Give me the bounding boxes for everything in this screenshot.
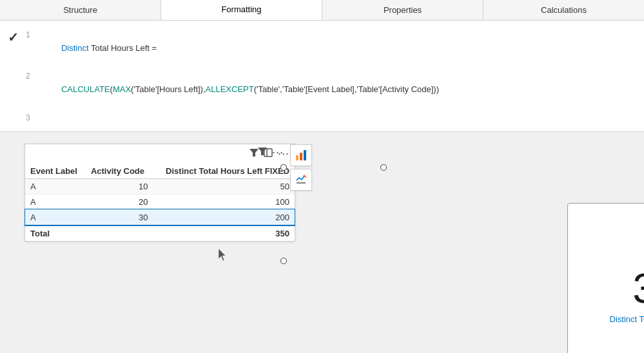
table-row: A 10 50 [25, 178, 295, 194]
tab-formatting[interactable]: Formatting [161, 0, 322, 20]
svg-marker-0 [249, 149, 259, 157]
cell-event: A [25, 194, 86, 209]
formula-line-1: 1 Distinct Total Hours Left = [26, 28, 644, 68]
formula-line-3: 3 [26, 111, 644, 125]
tab-calculations[interactable]: Calculations [483, 0, 644, 20]
cell-code: 30 [86, 209, 153, 225]
total-value: 350 [153, 225, 295, 241]
formula-content[interactable]: 1 Distinct Total Hours Left = 2 CALCULAT… [26, 26, 644, 126]
mouse-cursor [219, 249, 229, 262]
formula-line-2: 2 CALCULATE(MAX('Table'[Hours Left]),ALL… [26, 70, 644, 110]
svg-rect-7 [304, 150, 306, 160]
analytics-button[interactable] [290, 169, 312, 191]
handle-mr[interactable] [280, 258, 287, 264]
main-content: ··· Event Label Activity Code Distinct T… [0, 132, 644, 353]
svg-marker-3 [219, 249, 226, 261]
cell-code: 20 [86, 194, 153, 209]
table-row: A 20 100 [25, 194, 295, 209]
svg-rect-5 [296, 155, 298, 160]
checkmark-icon[interactable]: ✓ [8, 30, 19, 45]
card-filter-icon[interactable] [258, 147, 267, 158]
col-header-code: Activity Code [86, 164, 153, 179]
total-label: Total [25, 225, 153, 241]
card-visual: 350 Distinct Total Hours Left FIXED [567, 203, 644, 353]
svg-line-10 [304, 176, 306, 178]
chart-type-button[interactable] [290, 144, 312, 166]
table-visual: ··· Event Label Activity Code Distinct T… [24, 144, 295, 242]
table-toolbar: ··· [25, 144, 295, 164]
col-header-event: Event Label [25, 164, 86, 179]
filter-icon[interactable] [249, 148, 259, 159]
tab-properties[interactable]: Properties [322, 0, 483, 20]
handle-bc[interactable] [380, 164, 387, 171]
card-more-icon[interactable]: ··· [272, 146, 284, 159]
svg-rect-6 [300, 153, 302, 160]
side-buttons [290, 144, 312, 191]
formula-editor: ✓ 1 Distinct Total Hours Left = 2 CALCUL… [0, 21, 644, 132]
cell-event: A [25, 178, 86, 194]
tab-bar: Structure Formatting Properties Calculat… [0, 0, 644, 21]
handle-br[interactable] [280, 164, 287, 171]
data-table: Event Label Activity Code Distinct Total… [25, 164, 295, 241]
table-row: A 30 200 [25, 209, 295, 225]
card-toolbar: ··· [258, 146, 284, 159]
svg-marker-4 [258, 148, 267, 155]
cell-code: 10 [86, 178, 153, 194]
cell-value: 200 [153, 209, 295, 225]
card-label: Distinct Total Hours Left FIXED [610, 314, 644, 324]
tab-structure[interactable]: Structure [0, 0, 161, 20]
cell-event: A [25, 209, 86, 225]
total-row: Total 350 [25, 225, 295, 241]
formula-check-area: ✓ [0, 26, 26, 45]
cell-value: 50 [153, 178, 295, 194]
cell-value: 100 [153, 194, 295, 209]
card-value: 350 [633, 268, 644, 309]
col-header-hours: Distinct Total Hours Left FIXED [153, 164, 295, 179]
